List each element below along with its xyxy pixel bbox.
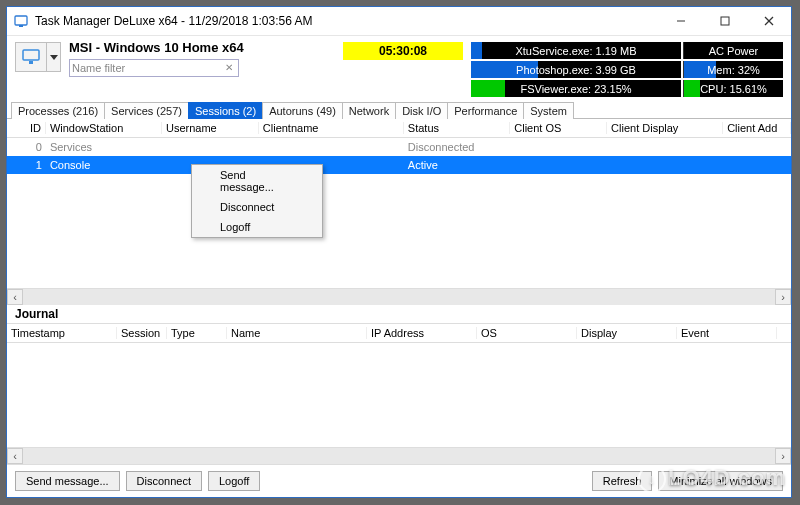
name-filter-input[interactable]: Name filter ✕: [69, 59, 239, 77]
metric-process: XtuService.exe: 1.19 MB: [471, 42, 681, 59]
svg-marker-8: [50, 55, 58, 60]
scroll-left-icon[interactable]: ‹: [7, 289, 23, 305]
close-button[interactable]: [747, 7, 791, 35]
column-header[interactable]: Type: [167, 327, 227, 339]
svg-rect-7: [29, 61, 33, 64]
context-menu: Send message...DisconnectLogoff: [191, 164, 323, 238]
tab[interactable]: Sessions (2): [188, 102, 263, 119]
journal-header-row: TimestampSessionTypeNameIP AddressOSDisp…: [7, 323, 791, 343]
context-menu-item[interactable]: Disconnect: [192, 197, 322, 217]
column-header[interactable]: OS: [477, 327, 577, 339]
maximize-button[interactable]: [703, 7, 747, 35]
clear-filter-icon[interactable]: ✕: [222, 61, 236, 75]
metric-stat: AC Power: [683, 42, 783, 59]
journal-title: Journal: [7, 305, 791, 323]
uptime-timer: 05:30:08: [343, 42, 463, 60]
titlebar: Task Manager DeLuxe x64 - 11/29/2018 1:0…: [7, 7, 791, 36]
minimize-all-button[interactable]: Minimize all windows: [658, 471, 783, 491]
tab[interactable]: Disk I/O: [395, 102, 448, 119]
journal-hscrollbar[interactable]: ‹ ›: [7, 447, 791, 464]
system-dropdown-button[interactable]: [47, 42, 61, 72]
column-header[interactable]: Client OS: [510, 122, 607, 134]
sessions-hscrollbar[interactable]: ‹ ›: [7, 288, 791, 305]
app-window: Task Manager DeLuxe x64 - 11/29/2018 1:0…: [6, 6, 792, 498]
svg-rect-1: [19, 25, 23, 27]
table-row[interactable]: 1ConsoleActive: [7, 156, 791, 174]
column-header[interactable]: Username: [162, 122, 259, 134]
minimize-button[interactable]: [659, 7, 703, 35]
sessions-grid: IDWindowStationUsernameClientnameStatusC…: [7, 119, 791, 305]
send-message-button[interactable]: Send message...: [15, 471, 120, 491]
system-name: MSI - Windows 10 Home x64: [69, 40, 335, 55]
sessions-header-row: IDWindowStationUsernameClientnameStatusC…: [7, 119, 791, 138]
scroll-right-icon[interactable]: ›: [775, 448, 791, 464]
column-header[interactable]: Timestamp: [7, 327, 117, 339]
info-row: MSI - Windows 10 Home x64 Name filter ✕ …: [7, 36, 791, 99]
metric-process: Photoshop.exe: 3.99 GB: [471, 61, 681, 78]
context-menu-item[interactable]: Send message...: [192, 165, 322, 197]
column-header[interactable]: Event: [677, 327, 777, 339]
window-title: Task Manager DeLuxe x64 - 11/29/2018 1:0…: [35, 14, 313, 28]
column-header[interactable]: Name: [227, 327, 367, 339]
system-icon-button[interactable]: [15, 42, 47, 72]
column-header[interactable]: ID: [7, 122, 46, 134]
tab[interactable]: Services (257): [104, 102, 189, 119]
refresh-button[interactable]: Refresh: [592, 471, 653, 491]
tab[interactable]: Autoruns (49): [262, 102, 343, 119]
column-header[interactable]: Display: [577, 327, 677, 339]
column-header[interactable]: IP Address: [367, 327, 477, 339]
column-header[interactable]: Client Display: [607, 122, 723, 134]
scroll-track[interactable]: [23, 448, 775, 464]
metric-stat: Mem: 32%: [683, 61, 783, 78]
metric-process: FSViewer.exe: 23.15%: [471, 80, 681, 97]
column-header[interactable]: Clientname: [259, 122, 404, 134]
tab[interactable]: Performance: [447, 102, 524, 119]
logoff-button[interactable]: Logoff: [208, 471, 260, 491]
disconnect-button[interactable]: Disconnect: [126, 471, 202, 491]
column-header[interactable]: Session: [117, 327, 167, 339]
tab[interactable]: Processes (216): [11, 102, 105, 119]
app-icon: [13, 13, 29, 29]
column-header[interactable]: Client Add: [723, 122, 791, 134]
name-filter-placeholder: Name filter: [72, 62, 125, 74]
context-menu-item[interactable]: Logoff: [192, 217, 322, 237]
footer-toolbar: Send message... Disconnect Logoff Refres…: [7, 464, 791, 497]
tab[interactable]: System: [523, 102, 574, 119]
scroll-right-icon[interactable]: ›: [775, 289, 791, 305]
svg-rect-6: [23, 50, 39, 60]
tab[interactable]: Network: [342, 102, 396, 119]
svg-rect-3: [721, 17, 729, 25]
metric-stat: CPU: 15.61%: [683, 80, 783, 97]
journal-body[interactable]: [7, 343, 791, 447]
svg-rect-0: [15, 16, 27, 25]
metrics-panel: XtuService.exe: 1.19 MBAC PowerPhotoshop…: [471, 42, 783, 97]
column-header[interactable]: Status: [404, 122, 510, 134]
scroll-left-icon[interactable]: ‹: [7, 448, 23, 464]
tabstrip: Processes (216)Services (257)Sessions (2…: [7, 101, 791, 119]
column-header[interactable]: WindowStation: [46, 122, 162, 134]
sessions-body[interactable]: 0ServicesDisconnected1ConsoleActive: [7, 138, 791, 288]
scroll-track[interactable]: [23, 289, 775, 305]
table-row[interactable]: 0ServicesDisconnected: [7, 138, 791, 156]
